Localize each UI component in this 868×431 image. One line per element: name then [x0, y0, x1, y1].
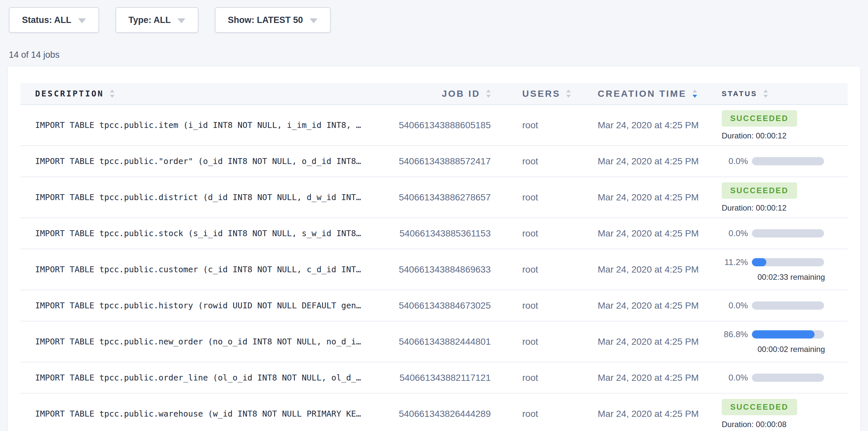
job-id: 540661343888605185 [363, 120, 491, 130]
job-id: 540661343826444289 [363, 409, 491, 419]
table-row: IMPORT TABLE tpcc.public.warehouse (w_id… [20, 394, 848, 431]
status-filter-dropdown[interactable]: Status: ALL [9, 7, 99, 33]
status-filter-label: Status: ALL [22, 15, 71, 25]
job-user: root [491, 337, 598, 347]
job-creation-time: Mar 24, 2020 at 4:25 PM [598, 409, 722, 419]
job-id: 540661343882117121 [363, 373, 491, 383]
progress-percent: 0.0% [722, 228, 748, 239]
job-status-cell: SUCCEEDEDDuration: 00:00:08 [722, 399, 848, 429]
job-id: 540661343885361153 [363, 228, 491, 239]
job-status-cell: 11.2%00:02:33 remaining [722, 257, 848, 282]
progress-line: 0.0% [722, 373, 848, 383]
progress-line: 11.2% [722, 257, 848, 267]
column-header-creation-time[interactable]: CREATION TIME [598, 89, 722, 99]
chevron-down-icon [178, 19, 185, 23]
sort-arrows-icon[interactable] [566, 90, 571, 98]
status-duration: Duration: 00:00:12 [722, 203, 848, 213]
table-body: IMPORT TABLE tpcc.public.item (i_id INT8… [20, 105, 848, 431]
job-creation-time: Mar 24, 2020 at 4:25 PM [598, 373, 722, 383]
progress-bar [752, 330, 824, 339]
job-user: root [491, 120, 598, 130]
job-user: root [491, 409, 598, 419]
progress-line: 0.0% [722, 228, 848, 239]
sort-asc-icon [763, 90, 768, 92]
job-creation-time: Mar 24, 2020 at 4:25 PM [598, 265, 722, 275]
progress-bar [752, 258, 824, 266]
column-header-label: STATUS [722, 90, 757, 98]
jobs-page: Status: ALL Type: ALL Show: LATEST 50 14… [0, 7, 868, 431]
column-header-users[interactable]: USERS [491, 89, 598, 99]
status-duration: Duration: 00:00:12 [722, 131, 848, 141]
sort-asc-icon [566, 90, 571, 92]
job-description: IMPORT TABLE tpcc.public.new_order (no_o… [20, 337, 363, 346]
progress-percent: 86.8% [722, 329, 748, 339]
job-status-cell: SUCCEEDEDDuration: 00:00:12 [722, 182, 848, 213]
job-status-cell: SUCCEEDEDDuration: 00:00:12 [722, 110, 848, 141]
progress-percent: 0.0% [722, 373, 748, 383]
table-row: IMPORT TABLE tpcc.public.stock (s_i_id I… [20, 218, 848, 249]
job-id: 540661343886278657 [363, 192, 491, 203]
job-status-cell: 0.0% [722, 228, 848, 239]
sort-desc-icon [763, 95, 768, 98]
sort-arrows-icon[interactable] [763, 90, 768, 98]
progress-percent: 11.2% [722, 257, 748, 267]
job-creation-time: Mar 24, 2020 at 4:25 PM [598, 192, 722, 203]
table-row: IMPORT TABLE tpcc.public.order_line (ol_… [20, 363, 848, 394]
status-badge: SUCCEEDED [722, 110, 797, 127]
show-filter-label: Show: LATEST 50 [228, 15, 303, 25]
jobs-card: DESCRIPTIONJOB IDUSERSCREATION TIMESTATU… [8, 67, 860, 431]
job-status-cell: 0.0% [722, 301, 848, 311]
sort-arrows-icon[interactable] [110, 90, 115, 98]
column-header-label: USERS [522, 89, 560, 99]
job-status-cell: 86.8%00:00:02 remaining [722, 329, 848, 354]
progress-bar [752, 302, 824, 310]
job-description: IMPORT TABLE tpcc.public.warehouse (w_id… [20, 409, 363, 419]
column-header-label: DESCRIPTION [35, 89, 104, 98]
job-description: IMPORT TABLE tpcc.public.stock (s_i_id I… [20, 228, 363, 238]
progress-line: 86.8% [722, 329, 848, 339]
column-header-job-id[interactable]: JOB ID [363, 89, 491, 99]
column-header-status[interactable]: STATUS [722, 90, 848, 98]
show-filter-dropdown[interactable]: Show: LATEST 50 [215, 7, 331, 33]
job-user: root [491, 228, 598, 239]
job-description: IMPORT TABLE tpcc.public.item (i_id INT8… [20, 120, 363, 130]
job-user: root [491, 373, 598, 383]
column-header-description[interactable]: DESCRIPTION [20, 89, 363, 98]
job-id: 540661343882444801 [363, 337, 491, 347]
column-header-label: JOB ID [442, 89, 480, 99]
job-creation-time: Mar 24, 2020 at 4:25 PM [598, 120, 722, 130]
table-header: DESCRIPTIONJOB IDUSERSCREATION TIMESTATU… [20, 83, 848, 105]
progress-line: 0.0% [722, 301, 848, 311]
filters-bar: Status: ALL Type: ALL Show: LATEST 50 [9, 7, 868, 33]
progress-percent: 0.0% [722, 156, 748, 166]
sort-asc-icon [692, 90, 697, 92]
job-description: IMPORT TABLE tpcc.public.order_line (ol_… [20, 373, 363, 382]
jobs-count: 14 of 14 jobs [9, 50, 868, 60]
sort-arrows-icon[interactable] [692, 90, 697, 98]
job-creation-time: Mar 24, 2020 at 4:25 PM [598, 228, 722, 239]
table-row: IMPORT TABLE tpcc.public.customer (c_id … [20, 249, 848, 290]
table-row: IMPORT TABLE tpcc.public.history (rowid … [20, 290, 848, 321]
progress-bar-fill [752, 258, 766, 266]
type-filter-dropdown[interactable]: Type: ALL [116, 7, 198, 33]
type-filter-label: Type: ALL [129, 15, 171, 25]
job-creation-time: Mar 24, 2020 at 4:25 PM [598, 156, 722, 166]
job-user: root [491, 192, 598, 203]
job-description: IMPORT TABLE tpcc.public.customer (c_id … [20, 265, 363, 274]
job-id: 540661343884673025 [363, 301, 491, 311]
status-badge: SUCCEEDED [722, 399, 797, 415]
sort-arrows-icon[interactable] [486, 90, 491, 98]
chevron-down-icon [78, 19, 86, 23]
job-description: IMPORT TABLE tpcc.public.district (d_id … [20, 192, 363, 202]
sort-asc-icon [110, 90, 115, 92]
job-user: root [491, 301, 598, 311]
progress-percent: 0.0% [722, 301, 748, 311]
sort-desc-icon [486, 95, 491, 98]
job-user: root [491, 156, 598, 166]
status-duration: Duration: 00:00:08 [722, 420, 848, 429]
sort-desc-icon [566, 95, 571, 98]
table-row: IMPORT TABLE tpcc.public.district (d_id … [20, 177, 848, 218]
sort-desc-icon [110, 95, 115, 98]
job-id: 540661343884869633 [363, 265, 491, 275]
progress-remaining: 00:02:33 remaining [752, 273, 831, 282]
